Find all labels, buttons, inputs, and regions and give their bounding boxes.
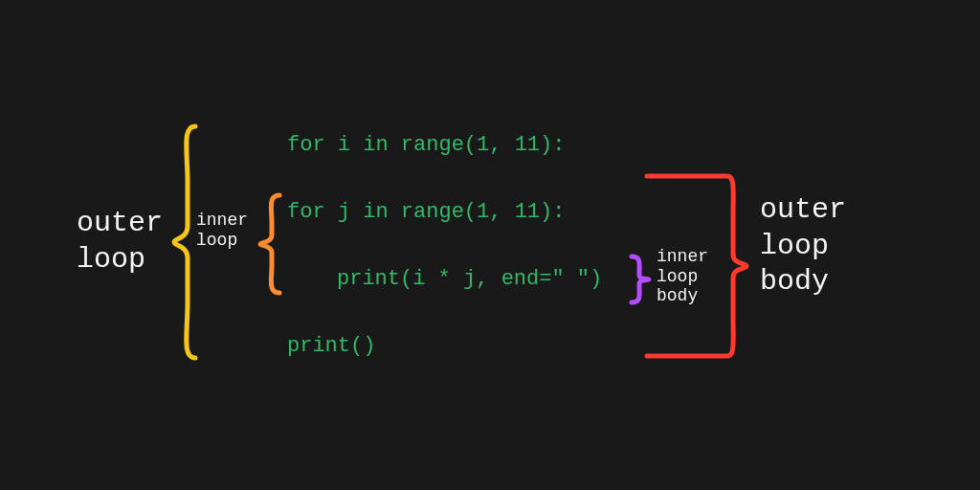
brace-outer-right <box>714 170 752 362</box>
diagram-stage: outer loop inner loop inner loop body ou… <box>0 0 980 490</box>
code-line-2: for j in range(1, 11): <box>287 189 565 236</box>
label-inner-loop: inner loop <box>196 211 248 250</box>
code-line-3: print(i * j, end=" ") <box>337 256 602 303</box>
code-line-4: print() <box>287 323 375 370</box>
code-line-1: for i in range(1, 11): <box>287 122 565 169</box>
brace-inner-right <box>628 253 653 306</box>
brace-inner-left <box>256 191 283 297</box>
label-outer-loop: outer loop <box>77 206 163 278</box>
label-inner-loop-body: inner loop body <box>657 247 708 306</box>
brace-outer-left <box>170 122 199 362</box>
label-outer-loop-body: outer loop body <box>760 192 846 301</box>
